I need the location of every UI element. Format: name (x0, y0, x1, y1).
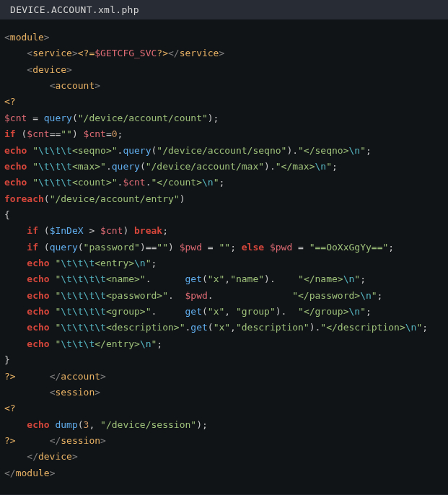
code-line: echo "\t\t\t<count>".$cnt."</count>\n"; (4, 175, 444, 190)
code-line: <session> (4, 385, 444, 400)
code-line: echo "\t\t\t\t<description>".get("x","de… (4, 320, 444, 336)
code-line: <account> (4, 78, 444, 94)
code-line: } (4, 352, 444, 368)
code-line: if ($InDeX > $cnt) break; (4, 223, 444, 239)
code-line: </module> (4, 465, 444, 481)
code-line: echo "\t\t\t<max>".query("/device/accoun… (4, 159, 444, 175)
code-line: <? (4, 94, 444, 110)
code-editor[interactable]: <module> <service><?=$GETCFG_SVC?></serv… (0, 19, 448, 494)
code-line: ?> </session> (4, 433, 444, 449)
code-line: echo "\t\t\t</entry>\n"; (4, 336, 444, 352)
code-line: <module> (4, 30, 444, 45)
code-line: { (4, 207, 444, 223)
file-name: DEVICE.ACCOUNT.xml.php (10, 4, 139, 15)
code-line: ?> </account> (4, 369, 444, 385)
code-line: echo "\t\t\t\t<group>". get("x", "group"… (4, 304, 444, 320)
code-line: foreach("/device/account/entry") (4, 191, 444, 207)
code-line: echo "\t\t\t<seqno>".query("/device/acco… (4, 143, 444, 159)
code-line: echo dump(3, "/device/session"); (4, 417, 444, 433)
code-line: echo "\t\t\t\t<password>". $pwd. "</pass… (4, 288, 444, 304)
code-line: <service><?=$GETCFG_SVC?></service> (4, 45, 444, 61)
code-line: <? (4, 400, 444, 416)
code-line: echo "\t\t\t\t<name>". get("x","name"). … (4, 271, 444, 287)
code-line: $cnt = query("/device/account/count"); (4, 110, 444, 126)
code-line: echo "\t\t\t<entry>\n"; (4, 255, 444, 271)
code-line: if (query("password")=="") $pwd = ""; el… (4, 240, 444, 255)
code-line: if ($cnt=="") $cnt=0; (4, 126, 444, 142)
file-tab[interactable]: DEVICE.ACCOUNT.xml.php (0, 0, 448, 19)
code-line: </device> (4, 449, 444, 465)
code-line: <device> (4, 62, 444, 78)
